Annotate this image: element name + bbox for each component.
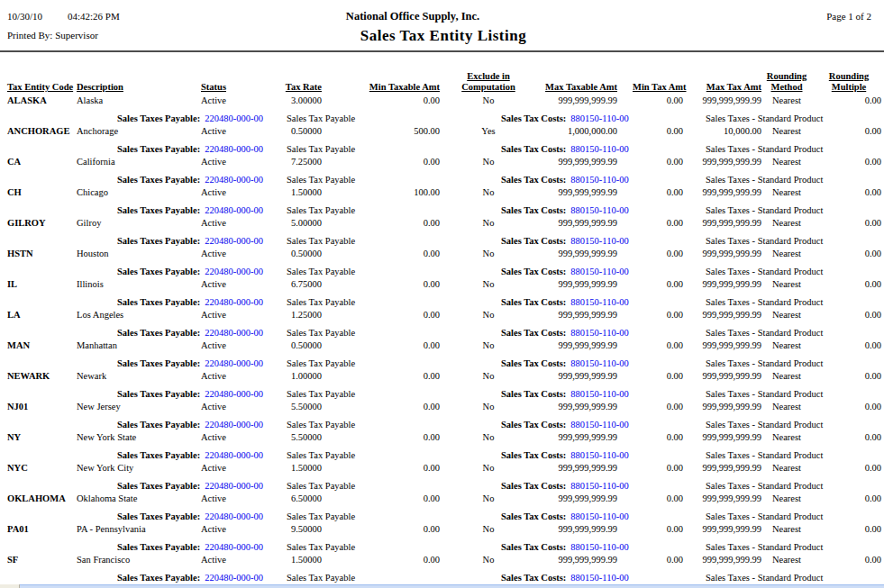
entity-max-tax-amt: 999,999,999.99	[694, 432, 761, 442]
sales-tax-costs-cell: Sales Tax Costs:880150-110-00	[501, 328, 629, 338]
costs-account-number-link[interactable]: 880150-110-00	[566, 450, 628, 460]
payable-account-number-link[interactable]: 220480-000-00	[200, 358, 263, 368]
sales-taxes-payable-label: Sales Taxes Payable:	[117, 481, 200, 491]
gl-account-row: Sales Taxes Payable:220480-000-00 Sales …	[0, 175, 884, 186]
payable-account-number-link[interactable]: 220480-000-00	[200, 542, 263, 552]
entity-exclude-flag: No	[449, 493, 528, 503]
sales-taxes-payable-cell: Sales Taxes Payable:220480-000-00	[117, 144, 263, 154]
sales-tax-costs-label: Sales Tax Costs:	[501, 389, 566, 399]
entity-block: CA California Active 7.25000 0.00 No 999…	[0, 157, 884, 187]
entity-status: Active	[174, 126, 226, 136]
costs-account-number-link[interactable]: 880150-110-00	[566, 420, 628, 430]
sales-tax-costs-cell: Sales Tax Costs:880150-110-00	[501, 175, 629, 185]
payable-account-number-link[interactable]: 220480-000-00	[200, 511, 263, 521]
sales-tax-costs-label: Sales Tax Costs:	[501, 113, 566, 123]
entity-row: OKLAHOMA Oklahoma State Active 6.50000 0…	[0, 493, 884, 505]
col-header-rounding-multiple-line1: Rounding	[816, 71, 881, 82]
costs-account-number-link[interactable]: 880150-110-00	[566, 205, 628, 215]
sales-tax-costs-cell: Sales Tax Costs:880150-110-00	[501, 450, 629, 460]
costs-account-description: Sales Taxes - Standard Product	[706, 205, 823, 215]
payable-account-number-link[interactable]: 220480-000-00	[200, 420, 263, 430]
payable-account-number-link[interactable]: 220480-000-00	[200, 175, 263, 185]
col-header-max-taxable-amt: Max Taxable Amt	[524, 82, 617, 92]
entity-exclude-flag: No	[449, 340, 528, 350]
costs-account-number-link[interactable]: 880150-110-00	[566, 144, 628, 154]
entity-tax-rate: 1.50000	[257, 555, 322, 565]
entity-rounding-multiple: 0.00	[816, 463, 881, 473]
costs-account-number-link[interactable]: 880150-110-00	[566, 113, 628, 123]
payable-account-number-link[interactable]: 220480-000-00	[200, 297, 263, 307]
sales-tax-costs-cell: Sales Tax Costs:880150-110-00	[501, 358, 629, 368]
entity-row: NEWARK Newark Active 1.00000 0.00 No 999…	[0, 371, 884, 383]
entity-code: CH	[7, 187, 74, 197]
payable-account-number-link[interactable]: 220480-000-00	[200, 481, 263, 491]
gl-account-row: Sales Taxes Payable:220480-000-00 Sales …	[0, 328, 884, 339]
entity-code: NYC	[7, 463, 74, 473]
entity-block: CH Chicago Active 1.50000 100.00 No 999,…	[0, 187, 884, 218]
payable-account-number-link[interactable]: 220480-000-00	[200, 450, 263, 460]
entity-description: New York City	[77, 463, 178, 473]
payable-account-number-link[interactable]: 220480-000-00	[200, 328, 263, 338]
payable-account-description: Sales Tax Payable	[287, 573, 355, 583]
sales-tax-costs-label: Sales Tax Costs:	[501, 358, 566, 368]
costs-account-number-link[interactable]: 880150-110-00	[566, 511, 628, 521]
entity-description: Anchorage	[77, 126, 178, 136]
col-header-min-taxable-amt: Min Taxable Amt	[351, 82, 440, 92]
costs-account-number-link[interactable]: 880150-110-00	[566, 542, 628, 552]
costs-account-number-link[interactable]: 880150-110-00	[566, 297, 628, 307]
entity-rounding-method: Nearest	[762, 279, 811, 289]
col-header-rounding-method: Rounding Method	[762, 71, 811, 93]
column-header-row: Tax Entity Code Description Status Tax R…	[0, 71, 884, 95]
entity-exclude-flag: No	[449, 463, 528, 473]
entity-max-tax-amt: 999,999,999.99	[694, 524, 761, 534]
report-page: 10/30/10 04:42:26 PM Printed By: Supervi…	[0, 0, 884, 588]
col-header-exclude-line2: Computation	[449, 82, 528, 93]
sales-taxes-payable-cell: Sales Taxes Payable:220480-000-00	[117, 511, 263, 521]
costs-account-number-link[interactable]: 880150-110-00	[566, 175, 628, 185]
entity-block: OKLAHOMA Oklahoma State Active 6.50000 0…	[0, 493, 884, 524]
costs-account-number-link[interactable]: 880150-110-00	[566, 358, 628, 368]
scrollbar-left-button[interactable]	[0, 584, 20, 588]
costs-account-number-link[interactable]: 880150-110-00	[566, 236, 628, 246]
payable-account-number-link[interactable]: 220480-000-00	[200, 144, 263, 154]
entity-block: NYC New York City Active 1.50000 0.00 No…	[0, 463, 884, 493]
costs-account-description: Sales Taxes - Standard Product	[706, 481, 823, 491]
entity-max-taxable-amt: 999,999,999.99	[524, 95, 617, 105]
entity-code: NY	[7, 432, 74, 442]
costs-account-description: Sales Taxes - Standard Product	[706, 144, 823, 154]
entity-code: GILROY	[7, 218, 74, 228]
entity-max-tax-amt: 999,999,999.99	[694, 95, 761, 105]
entity-row: MAN Manhattan Active 0.50000 0.00 No 999…	[0, 340, 884, 352]
entity-rounding-multiple: 0.00	[816, 279, 881, 289]
payable-account-number-link[interactable]: 220480-000-00	[200, 267, 263, 276]
costs-account-number-link[interactable]: 880150-110-00	[566, 481, 628, 491]
entity-exclude-flag: No	[449, 402, 528, 412]
costs-account-number-link[interactable]: 880150-110-00	[566, 573, 628, 583]
horizontal-scrollbar[interactable]	[0, 584, 884, 588]
costs-account-number-link[interactable]: 880150-110-00	[566, 328, 628, 338]
costs-account-number-link[interactable]: 880150-110-00	[566, 267, 628, 276]
col-header-exclude-line1: Exclude in	[449, 71, 528, 82]
payable-account-number-link[interactable]: 220480-000-00	[200, 236, 263, 246]
costs-account-number-link[interactable]: 880150-110-00	[566, 389, 628, 399]
entity-block: MAN Manhattan Active 0.50000 0.00 No 999…	[0, 340, 884, 371]
sales-tax-costs-label: Sales Tax Costs:	[501, 481, 566, 491]
sales-taxes-payable-cell: Sales Taxes Payable:220480-000-00	[117, 175, 263, 185]
entity-max-taxable-amt: 999,999,999.99	[524, 279, 617, 289]
entity-rounding-method: Nearest	[762, 402, 811, 412]
payable-account-number-link[interactable]: 220480-000-00	[200, 573, 263, 583]
entity-row: GILROY Gilroy Active 5.00000 0.00 No 999…	[0, 218, 884, 230]
entity-row: ALASKA Alaska Active 3.00000 0.00 No 999…	[0, 95, 884, 107]
payable-account-number-link[interactable]: 220480-000-00	[200, 389, 263, 399]
payable-account-number-link[interactable]: 220480-000-00	[200, 205, 263, 215]
payable-account-number-link[interactable]: 220480-000-00	[200, 113, 263, 123]
sales-taxes-payable-label: Sales Taxes Payable:	[117, 328, 200, 338]
entity-code: ANCHORAGE	[7, 126, 74, 136]
entity-min-taxable-amt: 0.00	[351, 95, 440, 105]
sales-tax-costs-label: Sales Tax Costs:	[501, 420, 566, 430]
entity-min-tax-amt: 0.00	[633, 340, 683, 350]
sales-taxes-payable-cell: Sales Taxes Payable:220480-000-00	[117, 113, 263, 123]
sales-taxes-payable-cell: Sales Taxes Payable:220480-000-00	[117, 358, 263, 368]
entity-max-taxable-amt: 999,999,999.99	[524, 371, 617, 381]
costs-account-description: Sales Taxes - Standard Product	[706, 236, 823, 246]
